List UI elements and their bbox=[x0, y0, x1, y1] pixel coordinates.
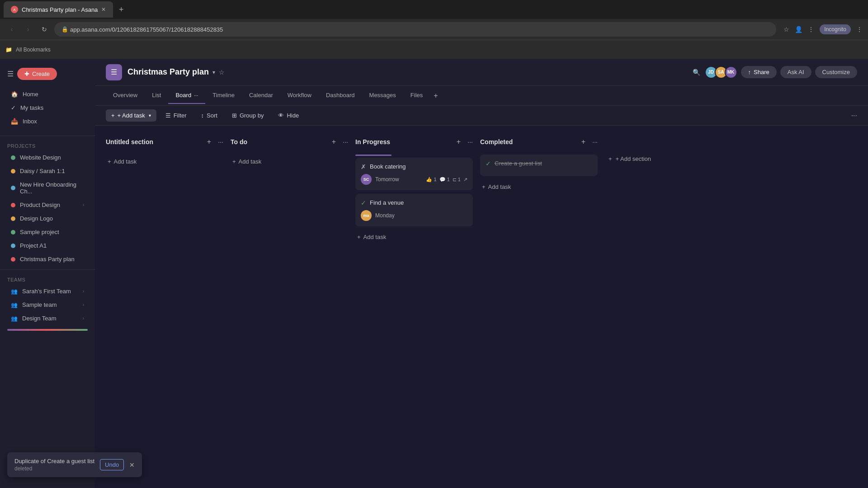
column-more-btn-in-progress[interactable]: ··· bbox=[467, 138, 473, 145]
column-more-btn-completed[interactable]: ··· bbox=[592, 138, 598, 145]
sidebar-item-design-logo[interactable]: Design Logo bbox=[4, 212, 91, 225]
add-task-in-progress[interactable]: + Add task bbox=[355, 230, 473, 244]
sidebar-mytasks-label: My tasks bbox=[20, 104, 43, 111]
customize-button[interactable]: Customize bbox=[815, 66, 857, 78]
toolbar-right: ··· bbox=[851, 112, 857, 120]
new-tab-btn[interactable]: + bbox=[115, 3, 127, 16]
sidebar-item-sample-project[interactable]: Sample project bbox=[4, 225, 91, 239]
project-title: Christmas Party plan bbox=[127, 67, 209, 77]
card-create-guest-list[interactable]: ✓ Create a guest list bbox=[480, 155, 598, 176]
tab-overview[interactable]: Overview bbox=[106, 87, 145, 104]
share-label: Share bbox=[754, 69, 769, 75]
card-find-venue[interactable]: ✓ Find a venue ma Monday bbox=[355, 194, 473, 226]
column-todo: To do + ··· + Add task bbox=[231, 133, 348, 481]
ask-ai-button[interactable]: Ask AI bbox=[780, 66, 811, 78]
title-dropdown-btn[interactable]: ▾ bbox=[212, 69, 215, 75]
extensions-icon[interactable]: ⋮ bbox=[808, 26, 814, 33]
task-check-icon[interactable]: ✗ bbox=[361, 163, 366, 170]
refresh-btn[interactable]: ↻ bbox=[38, 23, 51, 36]
column-title-completed: Completed bbox=[480, 138, 574, 145]
column-body-completed: ✓ Create a guest list + Add task bbox=[480, 155, 598, 481]
menu-icon[interactable]: ⋮ bbox=[856, 26, 863, 33]
sidebar-item-new-hire-onboarding-ch...[interactable]: New Hire Onboarding Ch... bbox=[4, 178, 91, 198]
hide-btn[interactable]: 👁 Hide bbox=[273, 109, 304, 122]
sort-btn[interactable]: ↕ Sort bbox=[196, 109, 223, 122]
guest-list-check-icon[interactable]: ✓ bbox=[486, 160, 491, 167]
create-button[interactable]: ✚ Create bbox=[17, 68, 57, 80]
address-bar[interactable]: 🔒 app.asana.com/0/1206182861755067/12061… bbox=[54, 22, 776, 37]
tab-close-btn[interactable]: ✕ bbox=[101, 6, 106, 13]
sidebar-inbox-label: Inbox bbox=[23, 118, 37, 125]
project-icon: ☰ bbox=[106, 64, 122, 80]
project-name: Product Design bbox=[20, 202, 60, 208]
card-meta-find-venue: ma Monday bbox=[361, 210, 467, 221]
more-options-btn[interactable]: ··· bbox=[851, 112, 857, 120]
forward-btn[interactable]: › bbox=[22, 23, 34, 36]
team-icon: 👥 bbox=[11, 288, 18, 295]
sidebar-item-product-design[interactable]: Product Design › bbox=[4, 198, 91, 211]
column-more-btn-untitled[interactable]: ··· bbox=[218, 138, 223, 145]
tab-timeline[interactable]: Timeline bbox=[205, 87, 242, 104]
search-icon-btn[interactable]: 🔍 bbox=[689, 65, 704, 80]
like-icon: 👍 1 bbox=[426, 177, 436, 183]
active-tab[interactable]: A Christmas Party plan - Asana ✕ bbox=[4, 1, 113, 18]
toast-undo-btn[interactable]: Undo bbox=[100, 459, 124, 470]
add-section-btn[interactable]: + + Add section bbox=[605, 152, 722, 166]
toast-close-btn[interactable]: ✕ bbox=[129, 461, 135, 469]
tab-board[interactable]: Board ··· bbox=[168, 87, 205, 104]
tab-calendar[interactable]: Calendar bbox=[242, 87, 280, 104]
sidebar-item-sample-team[interactable]: 👥 Sample team › bbox=[4, 298, 91, 311]
tab-list[interactable]: List bbox=[145, 87, 168, 104]
card-book-catering[interactable]: ✗ Book catering SC Tomorrow 👍 1 💬 1 ⊏ 1 … bbox=[355, 158, 473, 190]
column-add-btn-todo[interactable]: + bbox=[328, 136, 339, 147]
add-task-btn[interactable]: + + Add task ▾ bbox=[106, 109, 156, 122]
card-avatar-find-venue: ma bbox=[361, 210, 372, 221]
group-by-btn[interactable]: ⊞ Group by bbox=[226, 109, 269, 122]
column-body-in-progress: ✗ Book catering SC Tomorrow 👍 1 💬 1 ⊏ 1 … bbox=[355, 158, 473, 481]
in-progress-bar bbox=[355, 155, 392, 156]
filter-btn[interactable]: ☰ Filter bbox=[160, 109, 192, 122]
sidebar-item-inbox[interactable]: 📥 Inbox bbox=[4, 115, 91, 128]
tab-messages[interactable]: Messages bbox=[362, 87, 403, 104]
add-tab-btn[interactable]: + bbox=[430, 87, 441, 104]
inbox-icon: 📥 bbox=[11, 118, 18, 125]
project-name: Sample project bbox=[20, 229, 59, 235]
column-add-btn-in-progress[interactable]: + bbox=[453, 136, 464, 147]
column-more-btn-todo[interactable]: ··· bbox=[343, 138, 348, 145]
project-dot bbox=[11, 257, 15, 262]
sidebar-item-sarah's-first-team[interactable]: 👥 Sarah's First Team › bbox=[4, 285, 91, 298]
column-add-btn-completed[interactable]: + bbox=[578, 136, 589, 147]
bookmark-icon[interactable]: ☆ bbox=[783, 26, 789, 33]
back-btn[interactable]: ‹ bbox=[5, 23, 18, 36]
hide-label: Hide bbox=[287, 112, 299, 119]
sidebar-item-project-a1[interactable]: Project A1 bbox=[4, 239, 91, 252]
title-star-btn[interactable]: ☆ bbox=[219, 69, 225, 76]
tab-workflow[interactable]: Workflow bbox=[280, 87, 319, 104]
hide-icon: 👁 bbox=[278, 112, 284, 119]
sidebar-item-mytasks[interactable]: ✓ My tasks bbox=[4, 101, 91, 114]
sidebar-toggle-btn[interactable]: ☰ bbox=[7, 70, 14, 78]
sidebar-item-daisy-/-sarah-1:1[interactable]: Daisy / Sarah 1:1 bbox=[4, 164, 91, 178]
tab-files[interactable]: Files bbox=[403, 87, 430, 104]
add-task-untitled[interactable]: + Add task bbox=[106, 155, 223, 169]
team-name: Design Team bbox=[22, 315, 57, 322]
tab-dashboard[interactable]: Dashboard bbox=[319, 87, 362, 104]
add-task-completed[interactable]: + Add task bbox=[480, 180, 598, 194]
sort-label: Sort bbox=[207, 112, 217, 119]
share-button[interactable]: ↑ Share bbox=[741, 66, 777, 78]
sidebar-item-home[interactable]: 🏠 Home bbox=[4, 88, 91, 101]
sidebar-item-website-design[interactable]: Website Design bbox=[4, 151, 91, 164]
team-name: Sarah's First Team bbox=[22, 288, 71, 295]
profile-icon[interactable]: 👤 bbox=[795, 26, 802, 33]
avatar-group: JD SA MK bbox=[708, 66, 737, 79]
card-date-book-catering: Tomorrow bbox=[375, 176, 399, 183]
add-task-todo[interactable]: + Add task bbox=[231, 155, 348, 169]
group-by-label: Group by bbox=[240, 112, 264, 119]
column-body-untitled: + Add task bbox=[106, 155, 223, 481]
column-add-btn-untitled[interactable]: + bbox=[203, 136, 214, 147]
add-task-dropdown-icon[interactable]: ▾ bbox=[149, 113, 151, 118]
sidebar-item-design-team[interactable]: 👥 Design Team › bbox=[4, 312, 91, 325]
task-complete-icon[interactable]: ✓ bbox=[361, 199, 366, 206]
expand-icon[interactable]: ↗ bbox=[463, 177, 467, 183]
sidebar-item-christmas-party-plan[interactable]: Christmas Party plan bbox=[4, 253, 91, 266]
